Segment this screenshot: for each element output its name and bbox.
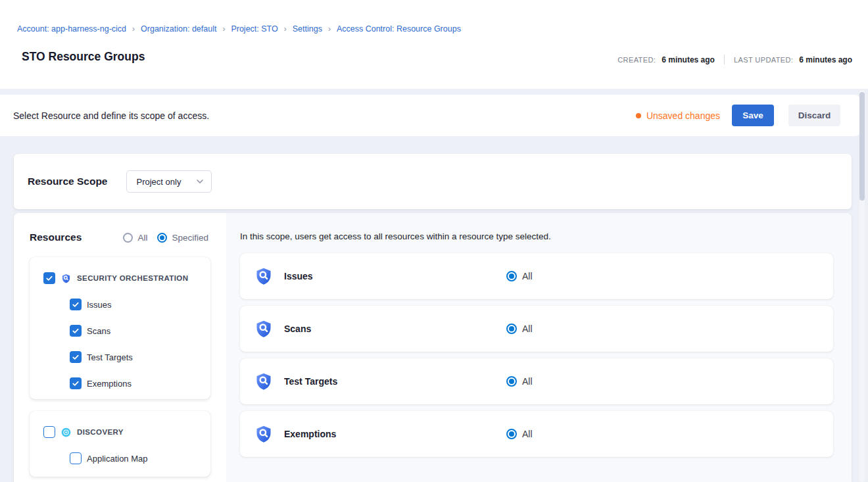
checkbox-discovery[interactable] bbox=[43, 426, 55, 438]
checkbox-application-map[interactable] bbox=[70, 452, 82, 464]
created-value: 6 minutes ago bbox=[662, 55, 715, 64]
radio-specified-label: Specified bbox=[172, 233, 208, 243]
scrollbar-thumb[interactable] bbox=[859, 92, 865, 201]
breadcrumb: Account: app-harness-ng-cicd › Organizat… bbox=[17, 24, 461, 34]
breadcrumb-chevron-icon: › bbox=[222, 24, 225, 34]
resources-column: Resources All Specified SECURITY ORCHEST… bbox=[14, 213, 226, 482]
access-row-label: Issues bbox=[284, 271, 506, 281]
shield-scan-icon bbox=[254, 267, 273, 285]
access-all-option[interactable]: All bbox=[506, 376, 533, 387]
access-row-label: Scans bbox=[284, 324, 506, 334]
tree-item-label: Scans bbox=[87, 326, 110, 336]
unsaved-dot-icon bbox=[636, 113, 641, 118]
radio-specified[interactable]: Specified bbox=[157, 233, 208, 243]
checkbox-scans[interactable] bbox=[70, 325, 82, 337]
resource-scope-selected-value: Project only bbox=[136, 177, 197, 187]
access-row-label: Test Targets bbox=[284, 376, 506, 387]
access-all-label: All bbox=[522, 271, 533, 281]
group-label: DISCOVERY bbox=[77, 428, 124, 436]
access-row-exemptions: Exemptions All bbox=[240, 411, 833, 457]
page-header: Account: app-harness-ng-cicd › Organizat… bbox=[0, 0, 868, 89]
radio-all-label: All bbox=[137, 233, 147, 243]
breadcrumb-organization[interactable]: Organization: default bbox=[141, 24, 216, 34]
access-all-option[interactable]: All bbox=[506, 271, 533, 281]
tree-item-label: Issues bbox=[87, 300, 112, 310]
breadcrumb-chevron-icon: › bbox=[284, 24, 287, 34]
discard-button[interactable]: Discard bbox=[788, 105, 840, 126]
access-panel-description: In this scope, users get access to all r… bbox=[240, 231, 852, 241]
shield-scan-icon bbox=[254, 320, 273, 338]
breadcrumb-settings[interactable]: Settings bbox=[293, 24, 322, 34]
resource-group-details: Resources All Specified SECURITY ORCHEST… bbox=[14, 213, 852, 482]
radio-specified-icon[interactable] bbox=[157, 233, 167, 243]
page-title: STO Resource Groups bbox=[22, 50, 145, 64]
last-updated-label: LAST UPDATED: bbox=[734, 56, 793, 64]
action-toolbar: Select Resource and define its scope of … bbox=[0, 95, 860, 136]
checkbox-issues[interactable] bbox=[70, 299, 82, 310]
resources-title: Resources bbox=[30, 231, 82, 243]
resources-radio-group: All Specified bbox=[123, 233, 208, 243]
radio-selected-icon[interactable] bbox=[506, 376, 517, 387]
checkbox-test-targets[interactable] bbox=[70, 351, 82, 363]
tree-item-exemptions: Exemptions bbox=[30, 377, 210, 389]
unsaved-changes-label: Unsaved changes bbox=[646, 110, 720, 121]
checkbox-security-orchestration[interactable] bbox=[43, 272, 55, 284]
access-all-label: All bbox=[522, 429, 533, 439]
access-row-test-targets: Test Targets All bbox=[240, 358, 833, 404]
discovery-icon bbox=[61, 427, 71, 437]
access-all-option[interactable]: All bbox=[506, 429, 533, 439]
access-all-label: All bbox=[522, 376, 533, 387]
header-meta: CREATED: 6 minutes ago LAST UPDATED: 6 m… bbox=[617, 55, 852, 64]
tree-item-label: Test Targets bbox=[87, 352, 133, 362]
group-discovery: DISCOVERY Application Map bbox=[30, 411, 210, 477]
radio-selected-icon[interactable] bbox=[506, 324, 517, 334]
unsaved-changes-indicator: Unsaved changes bbox=[636, 110, 720, 121]
access-row-scans: Scans All bbox=[240, 306, 833, 352]
resource-scope-card: Resource Scope Project only bbox=[14, 154, 852, 209]
breadcrumb-chevron-icon: › bbox=[328, 24, 331, 34]
access-rows: Issues All Scans All Test Targets bbox=[240, 253, 833, 457]
radio-selected-icon[interactable] bbox=[506, 429, 517, 439]
breadcrumb-access-control[interactable]: Access Control: Resource Groups bbox=[337, 24, 461, 34]
group-header: DISCOVERY bbox=[30, 426, 210, 438]
tree-item-test-targets: Test Targets bbox=[30, 351, 210, 363]
checkbox-exemptions[interactable] bbox=[70, 377, 82, 389]
access-row-label: Exemptions bbox=[284, 429, 506, 439]
tree-item-label: Application Map bbox=[87, 454, 148, 464]
shield-scan-icon bbox=[254, 425, 273, 443]
group-label: SECURITY ORCHESTRATION bbox=[77, 274, 188, 282]
tree-item-issues: Issues bbox=[30, 299, 210, 310]
breadcrumb-project[interactable]: Project: STO bbox=[231, 24, 277, 34]
group-header: SECURITY ORCHESTRATION bbox=[30, 272, 210, 284]
resources-header: Resources All Specified bbox=[30, 231, 208, 243]
radio-all-icon[interactable] bbox=[123, 233, 133, 243]
shield-scan-icon bbox=[254, 372, 273, 391]
chevron-down-icon bbox=[197, 180, 203, 183]
access-all-option[interactable]: All bbox=[506, 324, 533, 334]
tree-item-label: Exemptions bbox=[87, 379, 132, 389]
radio-all[interactable]: All bbox=[123, 233, 147, 243]
radio-selected-icon[interactable] bbox=[506, 271, 517, 281]
resource-scope-select[interactable]: Project only bbox=[126, 170, 212, 193]
shield-scan-icon bbox=[61, 274, 71, 283]
meta-divider bbox=[724, 55, 725, 64]
save-button[interactable]: Save bbox=[732, 105, 774, 126]
tree-item-scans: Scans bbox=[30, 325, 210, 337]
toolbar-description: Select Resource and define its scope of … bbox=[13, 110, 636, 121]
tree-item-application-map: Application Map bbox=[30, 452, 210, 464]
breadcrumb-account[interactable]: Account: app-harness-ng-cicd bbox=[17, 24, 126, 34]
access-panel: In this scope, users get access to all r… bbox=[226, 213, 852, 482]
created-label: CREATED: bbox=[617, 56, 656, 64]
breadcrumb-chevron-icon: › bbox=[132, 24, 135, 34]
access-row-issues: Issues All bbox=[240, 253, 833, 299]
access-all-label: All bbox=[522, 324, 533, 334]
group-security-orchestration: SECURITY ORCHESTRATION Issues Scans Test… bbox=[30, 257, 210, 399]
resource-scope-label: Resource Scope bbox=[28, 176, 107, 187]
last-updated-value: 6 minutes ago bbox=[799, 55, 852, 64]
